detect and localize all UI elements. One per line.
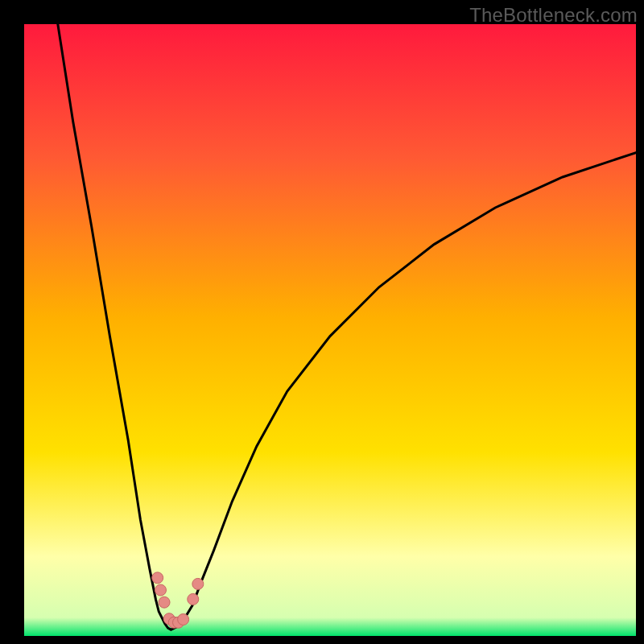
data-marker	[155, 584, 166, 596]
watermark-text: TheBottleneck.com	[469, 4, 638, 27]
plot-area	[24, 24, 636, 636]
bottleneck-curve-chart	[24, 24, 636, 636]
gradient-background	[24, 24, 636, 636]
data-marker	[188, 593, 199, 605]
chart-frame: TheBottleneck.com	[0, 0, 644, 644]
data-marker	[159, 597, 170, 608]
data-marker	[192, 578, 204, 589]
data-marker	[152, 572, 163, 584]
data-marker	[178, 613, 189, 625]
